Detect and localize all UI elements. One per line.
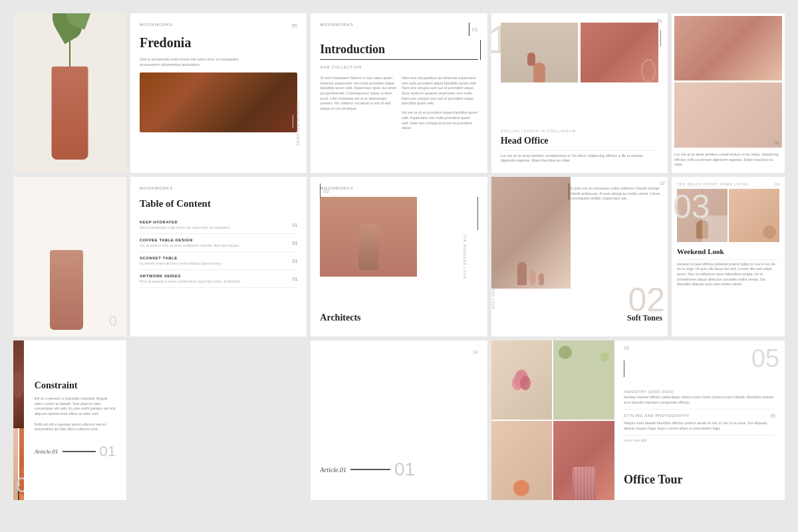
ho-vertical-text: STELLAR LAUNCH IN STELLAREUM xyxy=(501,129,658,133)
plant-vase xyxy=(52,66,88,160)
weekend-small-label: THE BEACH FRONT HOME LIVING xyxy=(677,182,749,186)
head-office-title: Head Office xyxy=(501,136,658,146)
constraint-article: Article.01 01 xyxy=(35,443,116,460)
fredonia-card: MOONWORKS 05 Fredonia Sed ut perspiciati… xyxy=(130,13,307,173)
toc-title-3: SCONSET TABLE xyxy=(140,256,223,260)
arch-divider xyxy=(477,197,478,230)
toc-items: KEEP HYDRATED Sed ut perspiciatis unde o… xyxy=(140,216,297,288)
article-line xyxy=(63,451,96,452)
intro-body1: Ut sed voluptatem florens in eas natus q… xyxy=(320,76,396,131)
arch-title: Architects xyxy=(320,313,360,323)
constraint-card: 0 04 Constraint Elit ac a aenean a vulpu… xyxy=(13,340,126,500)
weekend-title: Weekend Look xyxy=(677,247,779,255)
ot-col-label: colour lens light xyxy=(624,438,775,442)
toc-desc-2: Luc sit amet in eros eu tortor vestibulu… xyxy=(140,243,239,247)
weekend-num: 03 xyxy=(775,182,779,186)
st-title: Soft Tones xyxy=(627,313,662,323)
st-page-num: 02 xyxy=(660,181,665,186)
plant-decoration-panel xyxy=(13,13,126,173)
introduction-card: MOONWORKS 01 Introduction OUR COLLECTION… xyxy=(311,13,487,173)
ot-small-num: 05 xyxy=(624,346,629,350)
office-tour-text: 05 05 Industry (2000-2020) Aenean laoree… xyxy=(614,340,785,500)
brand-label: MOONWORKS xyxy=(140,23,173,27)
ot-title: Office Tour xyxy=(624,473,683,487)
intro-body2: Nam eos voluptatibus qui delectus aspern… xyxy=(402,76,478,106)
toc-title-4: ARTWORK SERIES xyxy=(140,274,241,278)
article-hline xyxy=(350,469,390,470)
toc-num-1: 01 xyxy=(293,223,298,227)
fredonia-photo xyxy=(140,72,297,132)
divider-ho xyxy=(501,150,658,151)
article-num: 01 xyxy=(100,443,116,460)
arch-photo xyxy=(320,197,417,277)
fredonia-vertical-label: Interior Magazine xyxy=(296,101,300,146)
toc-title-2: COFFEE TABLE DESIGN xyxy=(140,238,239,242)
page-num-intro: 01 xyxy=(472,27,478,33)
ot-body1: Aenean laoreet efficitur pellentique ull… xyxy=(624,395,775,405)
brand-toc: MOONWORKS xyxy=(140,186,173,190)
rs-body: Luc est at sit amet ambitus condimentum … xyxy=(674,152,782,168)
architects-card: MOONWORKS THE WEEKEND LOOK Architects 02 xyxy=(311,177,487,336)
toc-item-3: SCONSET TABLE Eu blandit ornare dictum n… xyxy=(140,252,297,270)
intro-title: Introduction xyxy=(320,43,477,57)
office-photo-grid xyxy=(491,340,614,500)
toc-num-2: 01 xyxy=(293,241,298,245)
toc-num-3: 01 xyxy=(293,259,298,263)
weekend-large-num: 03 xyxy=(673,190,710,223)
article-page: 14 xyxy=(473,350,478,354)
soft-tones-card: 02 E puer aut ar conseyast culles uillam… xyxy=(491,177,668,336)
constraint-photos: 0 04 xyxy=(13,340,24,500)
toc-desc-4: Proin at quaerat et veros condimentum as… xyxy=(140,279,241,283)
ot-body2: Nequis iusto blandit blanditiis efficitu… xyxy=(624,421,775,431)
ot-style-row: STYLING AND PHOTOGRAPHY 05 xyxy=(624,414,775,418)
rs-num: 01 xyxy=(774,140,779,145)
bottom-num: 0 xyxy=(109,313,117,330)
constraint-body2: Nulla ab elit a egestas ipsum ullamco se… xyxy=(35,422,116,432)
rs-vertical-text: SPEC xyxy=(674,43,781,53)
divider-intro xyxy=(469,23,469,36)
arch-vertical-text: THE WEEKEND LOOK xyxy=(463,234,467,279)
constraint-large-num: 04 xyxy=(16,473,24,497)
ot-divider-v xyxy=(624,360,624,377)
main-grid: MOONWORKS 05 Fredonia Sed ut perspiciati… xyxy=(0,0,798,532)
st-body: E puer aut ar conseyast culles uillamcor… xyxy=(571,186,662,201)
article-bottom-content: Article.01 01 xyxy=(320,459,477,480)
ot-divider-h xyxy=(624,409,775,410)
ho-body: Luc est at sit amet ambitus condimentum … xyxy=(501,154,658,164)
brand-label-intro: MOONWORKS xyxy=(320,23,353,27)
ot-style-label: STYLING AND PHOTOGRAPHY xyxy=(624,414,690,418)
office-tour-card: 05 05 Industry (2000-2020) Aenean laoree… xyxy=(491,340,785,500)
svg-point-2 xyxy=(520,376,531,390)
article-title: Article.01 xyxy=(320,466,346,473)
constraint-body1: Elit ac a aenean a vulputate torquetur f… xyxy=(35,396,116,417)
page-number-fredonia: 05 xyxy=(291,23,297,29)
toc-title-1: KEEP HYDRATED xyxy=(140,220,230,224)
plant-leaf xyxy=(54,13,80,40)
ot-style-num: 05 xyxy=(770,414,775,418)
toc-title: Table of Content xyxy=(140,198,297,209)
divider-ho-v xyxy=(660,30,661,47)
intro-col-label: OUR COLLECTION xyxy=(320,65,477,69)
ot-large-num: 05 xyxy=(751,346,779,371)
ot-divider-h2 xyxy=(624,435,775,436)
ot-content: Industry (2000-2020) Aenean laoreet effi… xyxy=(624,390,775,442)
divider-h-intro xyxy=(320,59,477,60)
intro-body3: Aut est ut sit et provident atque blandi… xyxy=(402,110,478,131)
fredonia-title: Fredonia xyxy=(140,35,297,51)
head-office-card: 1 STELLAR LAUNCH IN STELLAREUM Head Offi… xyxy=(491,13,668,173)
big-vase xyxy=(50,250,83,330)
arch-num-area: 02 xyxy=(320,184,329,198)
ot-sub-title: Industry (2000-2020) xyxy=(624,390,775,394)
constraint-text: Constraint Elit ac a aenean a vulputate … xyxy=(24,340,126,500)
plant-bottom-panel: 0 xyxy=(13,177,126,336)
st-photo xyxy=(491,177,571,289)
article-large-num: 01 xyxy=(394,459,415,480)
toc-item-2: COFFEE TABLE DESIGN Luc sit amet in eros… xyxy=(140,234,297,252)
right-strip-panel: SPEC 01 Luc est at sit amet ambitus cond… xyxy=(672,13,785,173)
st-large-num: 02 xyxy=(628,283,665,317)
st-vertical: THE WEEKEND LOOK xyxy=(491,268,495,310)
st-divider xyxy=(569,184,569,200)
toc-desc-1: Sed ut perspiciatis unde omnis iste natu… xyxy=(140,225,230,229)
toc-item-1: KEEP HYDRATED Sed ut perspiciatis unde o… xyxy=(140,216,297,234)
toc-desc-3: Eu blandit ornare dictum ni amet dapibus… xyxy=(140,261,223,265)
